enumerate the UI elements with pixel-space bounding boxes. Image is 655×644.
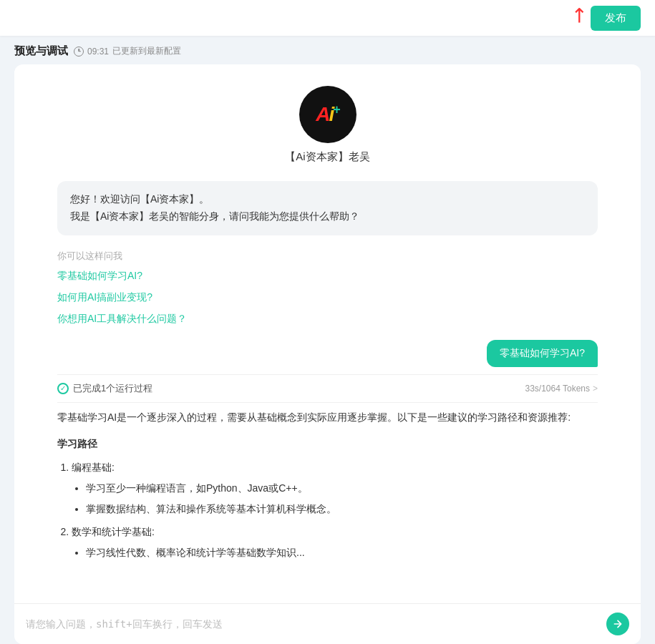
send-icon [612,618,624,630]
suggestion-label: 你可以这样问我 [57,250,598,263]
bot-name: 【Ai资本家】老吴 [285,150,369,164]
sub-item-2-1: 学习线性代数、概率论和统计学等基础数学知识... [86,544,598,562]
ai-intro: 零基础学习AI是一个逐步深入的过程，需要从基础概念到实际应用逐步掌握。以下是一些… [57,409,598,426]
chat-container: Ai+ 【Ai资本家】老吴 您好！欢迎访问【Ai资本家】。 我是【Ai资本家】老… [14,64,641,644]
top-bar: ↗ 发布 [0,0,655,36]
bot-avatar: Ai+ [299,86,356,143]
publish-button[interactable]: 发布 [591,6,641,31]
sub-item-1-2: 掌握数据结构、算法和操作系统等基本计算机科学概念。 [86,500,598,518]
ai-path-title: 学习路径 [57,435,598,453]
process-right[interactable]: 33s/1064 Tokens > [525,384,598,394]
welcome-line2: 我是【Ai资本家】老吴的智能分身，请问我能为您提供什么帮助？ [70,210,359,222]
header-area: 预览与调试 09:31 已更新到最新配置 [0,36,655,67]
process-stats: 33s/1064 Tokens [525,384,590,394]
user-bubble: 零基础如何学习AI? [57,340,598,367]
list-item-2: 数学和统计学基础: 学习线性代数、概率论和统计学等基础数学知识... [72,523,598,562]
list-item-1: 编程基础: 学习至少一种编程语言，如Python、Java或C++。 掌握数据结… [72,459,598,519]
bot-header: Ai+ 【Ai资本家】老吴 [57,86,598,164]
welcome-line1: 您好！欢迎访问【Ai资本家】。 [70,193,209,205]
suggestion-item-2[interactable]: 如何用AI搞副业变现? [57,291,598,304]
process-bar: ✓ 已完成1个运行过程 33s/1064 Tokens > [57,374,598,403]
avatar-a: A [316,104,329,126]
input-area [14,603,641,644]
process-left: ✓ 已完成1个运行过程 [57,382,152,395]
process-label: 已完成1个运行过程 [73,382,152,395]
check-circle-icon: ✓ [57,383,69,394]
send-button[interactable] [606,613,629,635]
ai-response: 零基础学习AI是一个逐步深入的过程，需要从基础概念到实际应用逐步掌握。以下是一些… [57,409,598,562]
header-time: 09:31 [87,47,109,57]
chevron-right-icon: > [593,384,598,394]
clock-icon [74,47,84,57]
bot-avatar-text: Ai+ [316,102,339,126]
sub-item-1-1: 学习至少一种编程语言，如Python、Java或C++。 [86,479,598,497]
avatar-plus: + [333,102,339,117]
header-meta: 09:31 已更新到最新配置 [74,45,181,57]
header-status: 已更新到最新配置 [112,45,181,57]
list-item-2-subs: 学习线性代数、概率论和统计学等基础数学知识... [72,544,598,562]
ai-response-list: 编程基础: 学习至少一种编程语言，如Python、Java或C++。 掌握数据结… [57,459,598,562]
suggestion-item-3[interactable]: 你想用AI工具解决什么问题？ [57,313,598,326]
page-title: 预览与调试 [14,44,68,58]
welcome-bubble: 您好！欢迎访问【Ai资本家】。 我是【Ai资本家】老吴的智能分身，请问我能为您提… [57,181,598,235]
arrow-indicator: ↗ [566,3,591,29]
chat-input[interactable] [26,618,599,630]
list-item-1-title: 编程基础: [72,462,115,473]
list-item-1-subs: 学习至少一种编程语言，如Python、Java或C++。 掌握数据结构、算法和操… [72,479,598,518]
user-message: 零基础如何学习AI? [487,340,598,367]
chat-scroll[interactable]: Ai+ 【Ai资本家】老吴 您好！欢迎访问【Ai资本家】。 我是【Ai资本家】老… [14,64,641,603]
suggestion-item-1[interactable]: 零基础如何学习AI? [57,270,598,283]
list-item-2-title: 数学和统计学基础: [72,526,155,537]
